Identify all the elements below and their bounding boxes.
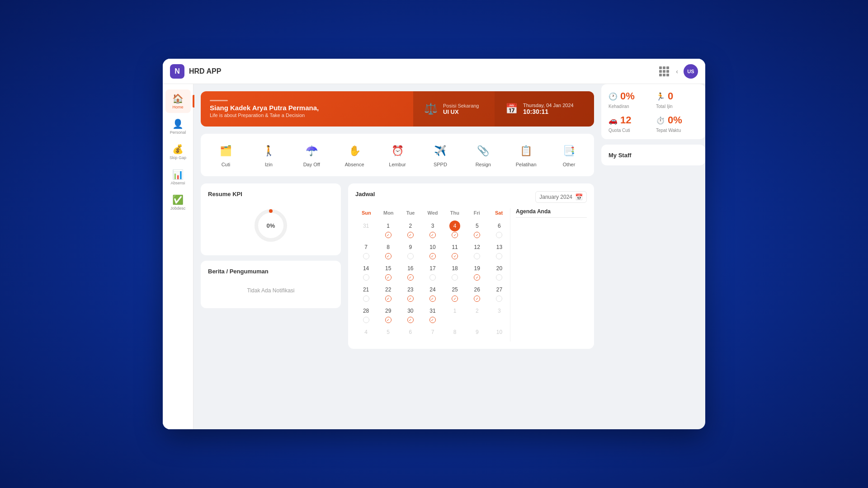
quick-item-absence[interactable]: ✋ Absence [335,139,374,171]
cal-cell[interactable]: 30 [400,304,421,324]
cal-cell[interactable]: 18 [444,262,466,282]
cal-cell[interactable]: 3 [422,219,443,239]
month-label: January 2024 [539,194,572,200]
banner-posisi-info: Posisi Sekarang UI UX [443,103,479,115]
cal-cell[interactable]: 26 [467,283,488,303]
cal-day-num: 2 [472,305,482,316]
cal-dot [474,296,480,302]
banner-time: 10:30:11 [523,108,574,115]
cal-day-num: 7 [361,242,372,253]
berita-empty: Tidak Ada Notifikasi [208,280,334,301]
chevron-left-icon[interactable]: ‹ [676,68,678,75]
cal-cell[interactable]: 8 [377,240,399,261]
cal-cell[interactable]: 25 [444,283,466,303]
sidebar-label-home: Home [172,105,183,109]
cal-cell[interactable]: 7 [355,240,377,261]
cal-cell[interactable]: 27 [489,283,510,303]
day-sun: Sun [355,208,377,217]
quick-item-other[interactable]: 📑 Other [549,139,589,171]
cal-grid-cells: 3112345678910111213141516171819202122232… [355,219,510,342]
cal-cell[interactable]: 11 [444,240,466,261]
cal-cell[interactable]: 31 [422,304,443,324]
calendar-title: Jadwal [355,191,375,197]
cal-cell[interactable]: 17 [422,262,443,282]
total-izin-row: 🏃 0 [656,90,698,102]
quick-item-izin[interactable]: 🚶 Izin [249,139,288,171]
sidebar-item-jobdesc[interactable]: ✅ Jobdesc [165,191,191,214]
resume-kpi-card: Resume KPI 0% [201,183,341,255]
user-avatar[interactable]: US [684,64,698,79]
izin-icon: 🚶 [260,143,277,159]
kehadiran-label: Kehadiran [609,104,651,109]
cal-cell[interactable]: 2 [467,304,488,324]
cal-cell[interactable]: 15 [377,262,399,282]
cal-cell[interactable]: 14 [355,262,377,282]
grid-icon[interactable] [658,65,670,78]
cal-cell[interactable]: 2 [400,219,421,239]
cal-cell[interactable]: 20 [489,262,510,282]
main-body: 🏠 Home 👤 Personal 💰 Skip Gap 📊 Absensi ✅… [163,84,705,429]
cal-cell[interactable]: 21 [355,283,377,303]
cal-dot [474,253,480,259]
cal-day-num: 19 [472,263,482,274]
day-mon: Mon [377,208,400,217]
quick-item-dayoff[interactable]: ☂️ Day Off [292,139,331,171]
my-staff-card: My Staff [601,145,705,165]
sidebar-item-absensi[interactable]: 📊 Absensi [165,165,191,189]
sppd-icon: ✈️ [432,143,448,159]
tepat-waktu-value: 0% [668,114,682,126]
other-label: Other [563,162,576,167]
cal-cell[interactable]: 7 [422,325,443,342]
skipgap-icon: 💰 [172,144,184,155]
app-logo: N [170,64,184,79]
cal-cell[interactable]: 10 [489,325,510,342]
calendar-panel: Jadwal January 2024 📅 Sun Mon Tue [348,183,594,349]
quick-item-lembur[interactable]: ⏰ Lembur [378,139,417,171]
quick-item-pelatihan[interactable]: 📋 Pelatihan [506,139,546,171]
cal-cell[interactable]: 31 [355,219,377,239]
cal-cell[interactable]: 5 [377,325,399,342]
cal-cell[interactable]: 9 [467,325,488,342]
sidebar-item-skipgap[interactable]: 💰 Skip Gap [165,140,191,164]
cal-cell[interactable]: 28 [355,304,377,324]
sidebar-item-personal[interactable]: 👤 Personal [165,115,191,138]
cal-cell[interactable]: 4 [444,219,466,239]
cal-cell[interactable]: 29 [377,304,399,324]
cal-day-num: 20 [494,263,505,274]
cal-cell[interactable]: 12 [467,240,488,261]
cal-cell[interactable]: 22 [377,283,399,303]
kehadiran-value: 0% [620,90,635,102]
quick-item-sppd[interactable]: ✈️ SPPD [420,139,460,171]
cal-cell[interactable]: 6 [400,325,421,342]
cal-cell[interactable]: 1 [444,304,466,324]
cal-day-num: 6 [494,221,505,231]
cal-cell[interactable]: 23 [400,283,421,303]
cal-cell[interactable]: 4 [355,325,377,342]
cal-day-num: 9 [472,327,482,338]
cal-cell[interactable]: 24 [422,283,443,303]
cal-cell[interactable]: 6 [489,219,510,239]
cal-cell[interactable]: 5 [467,219,488,239]
cal-cell[interactable]: 10 [422,240,443,261]
left-panel: Resume KPI 0% Berita / [201,183,341,349]
lembur-icon: ⏰ [389,143,406,159]
cal-cell[interactable]: 19 [467,262,488,282]
banner-date: Thursday, 04 Jan 2024 [523,103,574,108]
cal-cell[interactable]: 16 [400,262,421,282]
calendar-month[interactable]: January 2024 📅 [535,191,587,203]
lembur-label: Lembur [389,162,406,167]
pelatihan-icon: 📋 [518,143,534,159]
cal-day-num: 28 [361,305,372,316]
cal-day-num: 3 [494,305,505,316]
cal-cell[interactable]: 3 [489,304,510,324]
cal-cell[interactable]: 9 [400,240,421,261]
cal-cell[interactable]: 8 [444,325,466,342]
sidebar-item-home[interactable]: 🏠 Home [165,89,191,113]
stats-grid: 🕐 0% Kehadiran 🏃 0 Total Ijin [609,90,698,133]
stat-kehadiran: 🕐 0% Kehadiran [609,90,651,109]
app-window: N HRD APP ‹ US 🏠 Home 👤 Personal [163,59,705,429]
quick-item-cuti[interactable]: 🗂️ Cuti [206,139,245,171]
cal-cell[interactable]: 1 [377,219,399,239]
quick-item-resign[interactable]: 📎 Resign [463,139,503,171]
cal-cell[interactable]: 13 [489,240,510,261]
